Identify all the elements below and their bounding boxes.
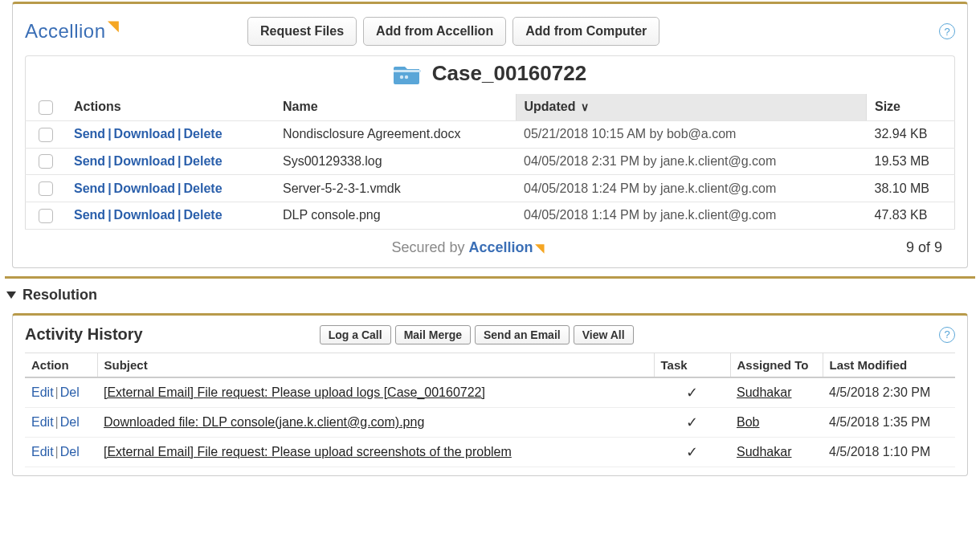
col-assigned-to: Assigned To bbox=[730, 353, 823, 377]
download-link[interactable]: Download bbox=[114, 181, 175, 195]
help-icon[interactable]: ? bbox=[939, 327, 955, 343]
file-size: 19.53 MB bbox=[867, 148, 955, 175]
accellion-panel: Accellion ◥ Request Files Add from Accel… bbox=[12, 2, 968, 268]
accellion-footer: Secured by Accellion◥ 9 of 9 bbox=[25, 230, 955, 259]
file-name[interactable]: Sys00129338.log bbox=[275, 148, 516, 175]
accellion-arrow-icon: ◥ bbox=[108, 17, 120, 35]
accellion-logo-text: Accellion bbox=[25, 20, 106, 43]
table-row: Send|Download|DeleteDLP console.png04/05… bbox=[26, 202, 955, 230]
table-row: Send|Download|DeleteNondisclosure Agreem… bbox=[26, 120, 955, 148]
add-from-accellion-button[interactable]: Add from Accellion bbox=[363, 17, 506, 46]
section-divider bbox=[5, 276, 975, 279]
accellion-logo: Accellion ◥ bbox=[25, 20, 119, 43]
edit-link[interactable]: Edit bbox=[31, 445, 54, 459]
checkmark-icon: ✓ bbox=[686, 385, 698, 401]
request-files-button[interactable]: Request Files bbox=[247, 17, 357, 46]
log-a-call-button[interactable]: Log a Call bbox=[320, 325, 391, 344]
del-link[interactable]: Del bbox=[60, 415, 80, 429]
activity-subject-link[interactable]: [External Email] File request: Please up… bbox=[104, 385, 485, 399]
folder-icon bbox=[394, 63, 421, 84]
send-link[interactable]: Send bbox=[74, 181, 105, 195]
file-size: 47.83 KB bbox=[867, 202, 955, 230]
activity-subject-link[interactable]: Downloaded file: DLP console(jane.k.clie… bbox=[104, 415, 424, 429]
col-name[interactable]: Name bbox=[275, 94, 516, 120]
col-action: Action bbox=[25, 353, 97, 377]
resolution-label: Resolution bbox=[22, 287, 97, 304]
mail-merge-button[interactable]: Mail Merge bbox=[395, 325, 471, 344]
activity-history-panel: Activity History Log a Call Mail Merge S… bbox=[12, 313, 968, 476]
file-name[interactable]: DLP console.png bbox=[275, 202, 516, 230]
svg-point-2 bbox=[405, 75, 408, 78]
download-link[interactable]: Download bbox=[114, 154, 175, 168]
col-subject: Subject bbox=[97, 353, 654, 377]
file-table: Actions Name Updated∨ Size Send|Download… bbox=[25, 94, 955, 230]
disclosure-triangle-icon[interactable] bbox=[6, 291, 16, 299]
file-name[interactable]: Server-5-2-3-1.vmdk bbox=[275, 175, 516, 202]
accellion-arrow-icon: ◥ bbox=[535, 241, 545, 255]
delete-link[interactable]: Delete bbox=[184, 127, 223, 141]
folder-title-bar: Case_00160722 bbox=[25, 55, 955, 94]
resolution-header[interactable]: Resolution bbox=[0, 283, 980, 312]
edit-link[interactable]: Edit bbox=[31, 385, 54, 399]
table-row: Send|Download|DeleteSys00129338.log04/05… bbox=[26, 148, 955, 175]
folder-title: Case_00160722 bbox=[432, 61, 586, 86]
svg-rect-0 bbox=[394, 70, 421, 72]
file-updated: 04/05/2018 1:14 PM by jane.k.client@g.co… bbox=[516, 202, 867, 230]
file-updated: 04/05/2018 2:31 PM by jane.k.client@g.co… bbox=[516, 148, 867, 175]
row-checkbox[interactable] bbox=[39, 154, 53, 169]
add-from-computer-button[interactable]: Add from Computer bbox=[512, 17, 659, 46]
delete-link[interactable]: Delete bbox=[184, 154, 223, 168]
last-modified: 4/5/2018 2:30 PM bbox=[823, 377, 955, 408]
activity-header: Activity History Log a Call Mail Merge S… bbox=[25, 324, 955, 353]
col-task: Task bbox=[654, 353, 730, 377]
table-row: Edit|Del[External Email] File request: P… bbox=[25, 377, 955, 408]
row-checkbox[interactable] bbox=[39, 209, 53, 223]
col-actions[interactable]: Actions bbox=[66, 94, 275, 120]
table-row: Edit|DelDownloaded file: DLP console(jan… bbox=[25, 407, 955, 437]
download-link[interactable]: Download bbox=[114, 208, 175, 222]
send-link[interactable]: Send bbox=[74, 208, 105, 222]
row-checkbox[interactable] bbox=[39, 181, 53, 196]
file-updated: 05/21/2018 10:15 AM by bob@a.com bbox=[516, 120, 867, 148]
svg-point-1 bbox=[400, 75, 403, 78]
send-an-email-button[interactable]: Send an Email bbox=[475, 325, 570, 344]
send-link[interactable]: Send bbox=[74, 154, 105, 168]
file-updated: 04/05/2018 1:24 PM by jane.k.client@g.co… bbox=[516, 175, 867, 202]
help-icon[interactable]: ? bbox=[939, 23, 955, 39]
send-link[interactable]: Send bbox=[74, 127, 105, 141]
activity-subject-link[interactable]: [External Email] File request: Please up… bbox=[104, 445, 512, 459]
col-size[interactable]: Size bbox=[867, 94, 955, 120]
file-table-header-row: Actions Name Updated∨ Size bbox=[26, 94, 955, 120]
assigned-to-link[interactable]: Bob bbox=[737, 415, 759, 429]
assigned-to-link[interactable]: Sudhakar bbox=[737, 445, 792, 459]
activity-table: Action Subject Task Assigned To Last Mod… bbox=[25, 353, 955, 467]
delete-link[interactable]: Delete bbox=[184, 181, 223, 195]
del-link[interactable]: Del bbox=[60, 385, 80, 399]
del-link[interactable]: Del bbox=[60, 445, 80, 459]
row-checkbox[interactable] bbox=[39, 128, 53, 142]
accellion-header: Accellion ◥ Request Files Add from Accel… bbox=[25, 12, 955, 55]
edit-link[interactable]: Edit bbox=[31, 415, 54, 429]
file-size: 38.10 MB bbox=[867, 175, 955, 202]
activity-table-header-row: Action Subject Task Assigned To Last Mod… bbox=[25, 353, 955, 377]
assigned-to-link[interactable]: Sudhakar bbox=[737, 385, 792, 399]
last-modified: 4/5/2018 1:10 PM bbox=[823, 437, 955, 467]
file-size: 32.94 KB bbox=[867, 120, 955, 148]
download-link[interactable]: Download bbox=[114, 127, 175, 141]
delete-link[interactable]: Delete bbox=[184, 208, 223, 222]
select-all-checkbox[interactable] bbox=[39, 100, 53, 115]
view-all-button[interactable]: View All bbox=[574, 325, 634, 344]
col-updated[interactable]: Updated∨ bbox=[516, 94, 867, 120]
checkmark-icon: ✓ bbox=[686, 444, 698, 460]
accellion-brand-footer: Accellion bbox=[468, 239, 533, 255]
chevron-down-icon: ∨ bbox=[581, 100, 589, 113]
checkmark-icon: ✓ bbox=[686, 414, 698, 430]
table-row: Send|Download|DeleteServer-5-2-3-1.vmdk0… bbox=[26, 175, 955, 202]
table-row: Edit|Del[External Email] File request: P… bbox=[25, 437, 955, 467]
file-name[interactable]: Nondisclosure Agreement.docx bbox=[275, 120, 516, 148]
col-last-modified: Last Modified bbox=[823, 353, 955, 377]
last-modified: 4/5/2018 1:35 PM bbox=[823, 407, 955, 437]
file-count: 9 of 9 bbox=[906, 239, 950, 256]
secured-by-label: Secured by Accellion◥ bbox=[30, 239, 906, 256]
activity-history-title: Activity History bbox=[25, 325, 143, 344]
